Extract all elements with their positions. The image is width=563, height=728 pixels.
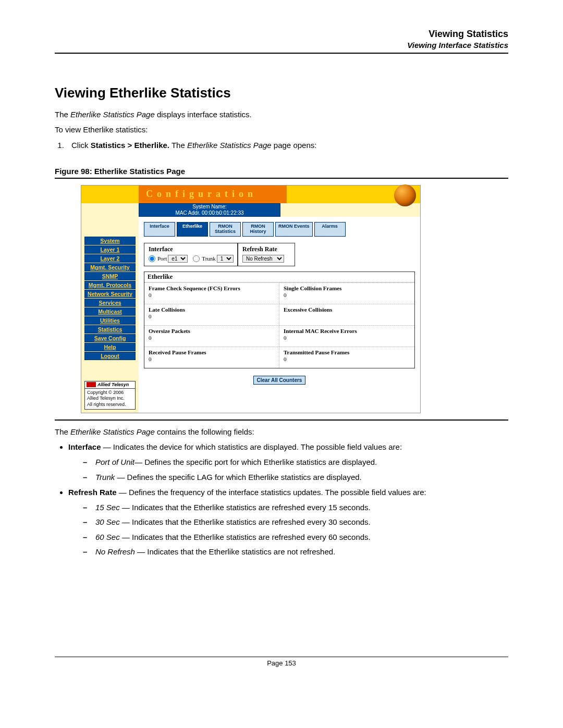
sysinfo-right [280, 203, 420, 217]
text: — Indicates that the Etherlike statistic… [135, 547, 335, 556]
brand-text: Allied Telesyn [97, 382, 129, 388]
refresh-panel: Refresh Rate No Refresh [238, 243, 295, 266]
tab-interface[interactable]: Interface [144, 222, 175, 237]
copyright-line3: All rights reserved. [87, 402, 133, 408]
etherlike-section: Etherlike Frame Check Sequence (FCS) Err… [144, 272, 415, 368]
mac-address: MAC Addr. 00:00:b0:01:22:33 [139, 210, 280, 216]
sidebar-item-network-security[interactable]: Network Security [84, 290, 136, 298]
controls-row: Interface Port e1 Trunk [144, 243, 415, 266]
sidebar-item-statistics[interactable]: Statistics [84, 325, 136, 334]
sysinfo-left [81, 203, 139, 217]
figure-rule-bottom [55, 419, 508, 421]
copyright-box: Allied Telesyn Copyright © 2006 Allied T… [84, 381, 136, 410]
tab-alarms[interactable]: Alarms [314, 222, 346, 237]
tab-line2: Statistics [215, 229, 236, 234]
tab-rmon-events[interactable]: RMON Events [275, 222, 313, 237]
content-area: Interface Etherlike RMON Statistics RMON… [139, 217, 420, 394]
header-rule [55, 53, 508, 54]
sidebar-item-layer-1[interactable]: Layer 1 [84, 245, 136, 254]
port-select[interactable]: e1 [168, 255, 188, 263]
trunk-select[interactable]: 1 [217, 255, 234, 263]
text-bold: Interface [68, 442, 101, 451]
tab-etherlike[interactable]: Etherlike [177, 222, 208, 237]
page-header: Viewing Statistics Viewing Interface Sta… [55, 29, 508, 50]
sysinfo-bar: System Name: MAC Addr. 00:00:b0:01:22:33 [81, 203, 420, 217]
stat-cell: Late Collisions 0 [144, 304, 279, 325]
sidebar-item-mgmt-security[interactable]: Mgmt. Security [84, 263, 136, 272]
sidebar-item-layer-2[interactable]: Layer 2 [84, 254, 136, 263]
text: Click [71, 141, 91, 150]
sidebar-item-help[interactable]: Help [84, 343, 136, 351]
text-italic: 60 Sec [95, 533, 120, 541]
sidebar-item-logout[interactable]: Logout [84, 352, 136, 360]
sidebar-item-multicast[interactable]: Multicast [84, 307, 136, 316]
stat-cell: Single Collision Frames 0 [279, 282, 414, 304]
intro-p2: To view Etherlike statistics: [55, 124, 508, 135]
stat-cell: Transmitted Pause Frames 0 [279, 347, 414, 368]
stat-value: 0 [149, 292, 275, 298]
etherlike-header: Etherlike [144, 272, 414, 282]
tab-rmon-history[interactable]: RMON History [242, 222, 274, 237]
refresh-label: Refresh Rate [242, 245, 290, 253]
clear-all-counters-button[interactable]: Clear All Counters [253, 376, 306, 385]
text: The [55, 110, 70, 119]
copyright-line1: Copyright © 2006 [87, 390, 133, 396]
text: — Indicates the device for which statist… [101, 442, 402, 451]
field-refresh-rate: Refresh Rate — Defines the frequency of … [68, 486, 508, 558]
sidebar-item-snmp[interactable]: SNMP [84, 272, 136, 280]
field-refresh-15s: 15 Sec — Indicates that the Etherlike st… [83, 501, 508, 513]
intro-p1: The Etherlike Statistics Page displays i… [55, 108, 508, 120]
refresh-select[interactable]: No Refresh [242, 255, 284, 263]
text-italic: Trunk [95, 473, 115, 482]
text: The [169, 141, 187, 150]
stat-value: 0 [149, 356, 275, 362]
topbar-left [81, 186, 139, 203]
stat-name: Frame Check Sequence (FCS) Errors [149, 285, 275, 291]
app-titlebar: Configuration [81, 186, 420, 203]
stat-cell: Frame Check Sequence (FCS) Errors 0 [144, 282, 279, 304]
sidebar-item-save-config[interactable]: Save Config [84, 334, 136, 342]
stat-name: Single Collision Frames [284, 285, 410, 291]
trunk-radio[interactable] [193, 255, 200, 262]
tab-rmon-statistics[interactable]: RMON Statistics [210, 222, 241, 237]
text-italic: Etherlike Statistics Page [187, 141, 272, 150]
tab-line2: History [250, 229, 266, 234]
stat-value: 0 [284, 292, 410, 298]
field-interface-trunk: Trunk — Defines the specific LAG for whi… [83, 471, 508, 483]
stat-value: 0 [284, 356, 410, 362]
footer-rule [55, 657, 508, 657]
stat-name: Transmitted Pause Frames [284, 349, 410, 355]
field-interface: Interface — Indicates the device for whi… [68, 441, 508, 483]
figure-caption: Figure 98: Etherlike Statistics Page [55, 167, 508, 176]
text-bold: Refresh Rate [68, 488, 117, 497]
port-radio[interactable] [149, 255, 155, 262]
sidebar-item-services[interactable]: Services [84, 299, 136, 307]
sidebar-item-utilities[interactable]: Utilities [84, 316, 136, 325]
text-italic: 15 Sec [95, 503, 120, 512]
text: displays interface statistics. [155, 110, 252, 119]
brand-logo-icon [87, 382, 96, 387]
intro-block: The Etherlike Statistics Page displays i… [55, 108, 508, 151]
stat-cell: Oversize Packets 0 [144, 325, 279, 347]
text-italic: No Refresh [95, 547, 135, 556]
tab-line1: RMON [251, 224, 265, 229]
stat-name: Oversize Packets [149, 328, 275, 334]
tab-line1: RMON [218, 224, 232, 229]
text: — Defines the frequency of the interface… [117, 488, 426, 497]
globe-icon [394, 184, 416, 206]
text: — Defines the specific port for which Et… [134, 458, 377, 466]
sidebar-item-mgmt-protocols[interactable]: Mgmt. Protocols [84, 281, 136, 289]
stat-cell: Received Pause Frames 0 [144, 347, 279, 368]
text: page opens: [272, 141, 317, 150]
text: contains the following fields: [155, 427, 254, 436]
page-number: Page 153 [55, 659, 508, 667]
text: The [55, 427, 70, 436]
stat-value: 0 [284, 335, 410, 341]
figure-rule-top [55, 178, 508, 179]
fields-intro: The Etherlike Statistics Page contains t… [55, 426, 508, 438]
field-refresh-none: No Refresh — Indicates that the Etherlik… [83, 546, 508, 558]
sidebar: System Layer 1 Layer 2 Mgmt. Security SN… [81, 217, 139, 413]
tabs: Interface Etherlike RMON Statistics RMON… [144, 222, 415, 237]
sidebar-item-system[interactable]: System [84, 237, 136, 245]
text-italic: Etherlike Statistics Page [70, 110, 155, 119]
